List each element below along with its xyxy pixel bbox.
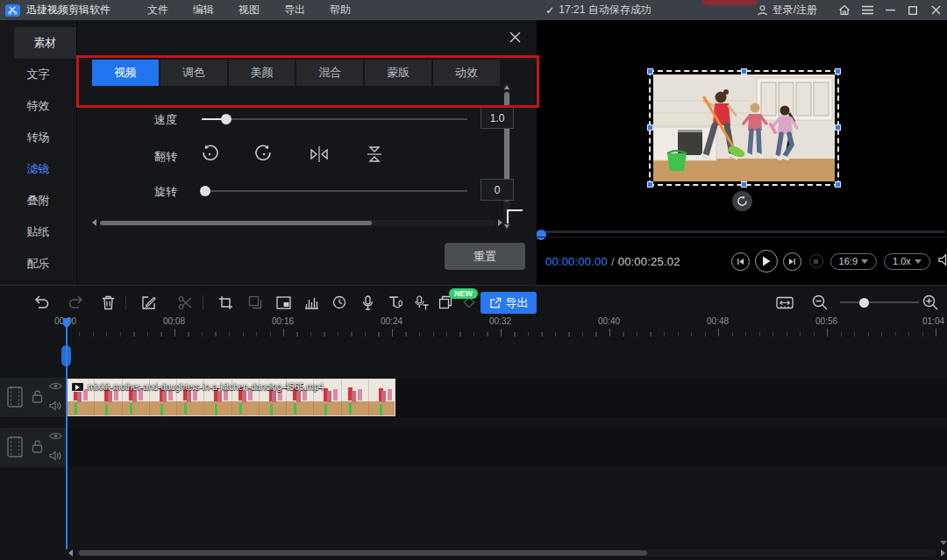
copy-button[interactable] [246,293,265,312]
speed-slider-knob[interactable] [221,114,231,124]
volume-button[interactable] [938,253,947,269]
toggle-visibility-button[interactable] [49,431,62,443]
tab-color[interactable]: 调色 [160,60,227,86]
preview-canvas[interactable] [537,20,947,222]
speed-slider[interactable] [202,118,467,120]
minimize-button[interactable] [879,0,901,20]
horizontal-scroll-thumb[interactable] [100,221,372,225]
scroll-corner-arrow[interactable] [940,541,947,545]
scrollbar-thumb[interactable] [79,550,647,556]
tab-video[interactable]: 视频 [92,60,159,86]
scroll-right-arrow[interactable] [498,219,502,226]
undo-button[interactable] [32,293,51,312]
scrollbar-track[interactable] [77,549,936,556]
tab-blend[interactable]: 混合 [296,60,363,86]
scroll-left-arrow[interactable] [68,549,73,556]
lock-track-button[interactable] [32,440,43,456]
duration-button[interactable] [330,293,349,312]
zoom-slider-knob[interactable] [859,298,869,308]
zoom-out-button[interactable] [810,293,830,312]
selection-handle-n[interactable] [741,68,747,74]
login-button[interactable]: 登录/注册 [757,3,817,18]
redo-button[interactable] [67,293,86,312]
lock-track-button[interactable] [32,390,43,406]
audio-waveform-button[interactable] [302,293,321,312]
scroll-up-arrow[interactable] [504,85,509,89]
aspect-ratio-dropdown[interactable]: 16:9 [830,253,877,270]
delete-button[interactable] [98,293,117,312]
sidebar-item-effects[interactable]: 特效 [0,90,76,122]
tab-animation[interactable]: 动效 [433,60,500,86]
video-clip[interactable]: mixkit-mother-and-daughters-in-a-kitchen… [67,379,395,416]
rotate-clip-button[interactable] [732,191,752,211]
speed-value-field[interactable]: 1.0 [481,107,514,129]
flip-horizontal-button[interactable] [309,144,330,165]
toggle-visibility-button[interactable] [49,381,62,393]
video-frame[interactable] [653,74,835,181]
selection-handle-ne[interactable] [835,68,841,74]
timeline-ruler[interactable]: 00:00 00:08 00:16 00:24 00:32 00:40 00:4… [0,315,947,337]
panel-vertical-scrollbar[interactable] [503,83,510,230]
record-voice-button[interactable] [358,293,377,312]
previous-frame-button[interactable] [731,252,750,271]
timeline-horizontal-scrollbar[interactable] [68,549,945,557]
playhead-grip[interactable] [61,345,71,366]
panel-close-button[interactable] [507,31,523,46]
close-button[interactable] [924,0,947,20]
text-to-speech-button[interactable] [386,293,405,312]
menu-file[interactable]: 文件 [135,0,181,20]
rotate-slider[interactable] [202,190,467,192]
crop-button[interactable] [216,293,235,312]
sidebar-item-transitions[interactable]: 转场 [0,122,76,153]
menu-view[interactable]: 视图 [226,0,272,20]
mute-track-button[interactable] [49,401,61,414]
tab-beauty[interactable]: 美颜 [229,60,295,86]
selection-handle-sw[interactable] [647,181,653,188]
selection-handle-e[interactable] [835,124,841,131]
sidebar-item-overlay[interactable]: 叠附 [0,185,76,216]
flip-vertical-button[interactable] [364,144,385,165]
selection-handle-w[interactable] [647,124,653,131]
menu-help[interactable]: 帮助 [317,0,363,20]
rotate-value-field[interactable]: 0 [481,179,514,201]
export-button[interactable]: 导出 [481,292,537,314]
timeline-zoom-slider[interactable] [840,301,919,303]
sidebar-item-music[interactable]: 配乐 [0,248,76,280]
reset-button[interactable]: 重置 [445,243,525,270]
selection-handle-nw[interactable] [647,68,653,74]
sidebar-item-filters[interactable]: 滤镜 [0,153,76,185]
selection-handle-se[interactable] [835,181,841,188]
panel-horizontal-scrollbar[interactable] [92,218,502,227]
selection-handle-s[interactable] [741,181,747,188]
scroll-down-arrow[interactable] [504,224,509,229]
selection-bounding-box[interactable] [649,70,839,186]
rotate-ccw-button[interactable] [199,144,220,165]
play-button[interactable] [755,250,778,273]
hamburger-menu-button[interactable] [856,0,879,20]
edit-clip-button[interactable] [139,293,158,312]
mute-track-button[interactable] [49,450,61,464]
menu-export[interactable]: 导出 [272,0,317,20]
home-button[interactable] [833,0,856,20]
fit-timeline-button[interactable] [775,293,794,312]
menu-edit[interactable]: 编辑 [181,0,226,20]
next-frame-button[interactable] [783,252,801,271]
split-button[interactable] [175,293,195,312]
rotate-cw-button[interactable] [253,144,274,165]
tab-mask[interactable]: 蒙版 [365,60,431,86]
sidebar-item-stickers[interactable]: 贴纸 [0,216,76,248]
playback-rate-dropdown[interactable]: 1.0x [884,253,930,270]
preview-seekbar[interactable] [537,227,947,236]
zoom-in-button[interactable] [921,293,940,312]
picture-in-picture-button[interactable] [274,293,293,312]
rotate-slider-knob[interactable] [200,186,210,196]
speech-to-text-button[interactable] [412,293,431,312]
maximize-button[interactable] [901,0,924,20]
scroll-right-arrow[interactable] [941,549,945,556]
sidebar-item-text[interactable]: 文字 [0,59,76,90]
track-2-lane[interactable] [67,428,947,467]
scroll-left-arrow[interactable] [92,219,96,226]
seek-track[interactable] [540,230,945,233]
sidebar-item-material[interactable]: 素材 [14,27,76,59]
track-1-lane[interactable]: mixkit-mother-and-daughters-in-a-kitchen… [67,378,947,417]
